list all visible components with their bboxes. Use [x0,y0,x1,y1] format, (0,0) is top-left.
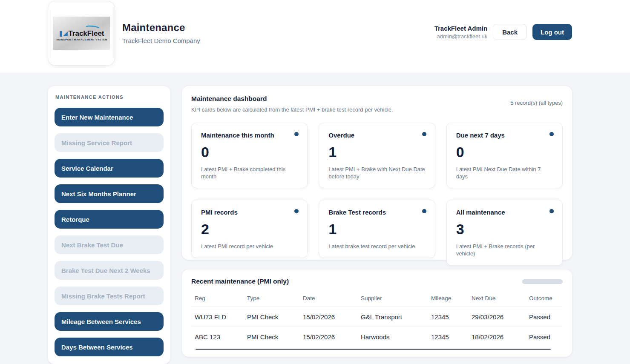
sidebar-item-next-six-months-planner[interactable]: Next Six Months Planner [55,184,164,203]
sidebar-item-enter-new-maintenance[interactable]: Enter New Maintenance [55,108,164,126]
sidebar-item-retorque[interactable]: Retorque [55,210,164,229]
main-area: Maintenance dashboard KPI cards below ar… [182,86,572,364]
header: ❚◢TrackFleet TRANSPORT MANAGEMENT SYSTEM… [0,0,630,73]
kpi-description: Latest PMI + Brake completed this month [201,166,298,180]
kpi-value: 3 [456,222,553,236]
cell-mileage: 12345 [428,307,468,327]
sidebar-maintenance-actions: MAINTENANCE ACTIONS Enter New Maintenanc… [48,86,170,364]
recent-maintenance-panel: Recent maintenance (PMI only) RegTypeDat… [182,269,572,357]
user-name: TrackFleet Admin [434,25,487,32]
record-count: 5 record(s) (all types) [510,95,563,106]
sidebar-item-missing-service-report: Missing Service Report [55,133,164,152]
column-header-type: Type [244,291,299,307]
cell-supplier: G&L Transport [357,307,428,327]
kpi-title: PMI records [201,209,298,216]
recent-maintenance-title: Recent maintenance (PMI only) [191,278,289,285]
logo-name: TrackFleet [68,30,104,37]
cell-supplier: Harwoods [357,327,428,347]
kpi-description: Latest PMI record per vehicle [201,243,298,250]
kpi-description: Latest PMI + Brake with Next Due Date be… [328,166,425,180]
sidebar-heading: MAINTENANCE ACTIONS [55,95,164,100]
kpi-title: Maintenance this month [201,132,298,139]
status-dot-icon [294,132,299,136]
kpi-title: All maintenance [456,209,553,216]
kpi-description: Latest brake test record per vehicle [328,243,425,250]
kpi-value: 1 [328,222,425,236]
cell-outcome: Passed [526,327,563,347]
user-email: admin@trackfleet.uk [434,33,487,40]
cell-reg: WU73 FLD [191,307,244,327]
column-header-date: Date [299,291,357,307]
column-header-reg: Reg [191,291,244,307]
maintenance-dashboard-panel: Maintenance dashboard KPI cards below ar… [182,86,572,260]
page-subtitle: TrackFleet Demo Company [122,37,200,44]
table-row: WU73 FLDPMI Check15/02/2026G&L Transport… [191,307,563,327]
sidebar-item-brake-test-due-next-2-weeks: Brake Test Due Next 2 Weeks [55,261,164,280]
status-dot-icon [422,132,426,136]
sidebar-actions: Enter New MaintenanceMissing Service Rep… [55,108,164,356]
kpi-value: 0 [456,145,553,159]
title-block: Maintenance TrackFleet Demo Company [122,22,200,44]
sidebar-item-mileage-between-services[interactable]: Mileage Between Services [55,312,164,331]
logo-mark-icon: ❚◢ [59,31,68,36]
back-button[interactable]: Back [493,24,527,40]
status-dot-icon [549,209,554,213]
kpi-title: Overdue [328,132,425,139]
kpi-card-due-next-7-days: Due next 7 days 0 Latest PMI Next Due Da… [446,123,563,188]
cell-reg: ABC 123 [191,327,244,347]
kpi-title: Brake Test records [328,209,425,216]
kpi-value: 1 [328,145,425,159]
kpi-card-pmi-records: PMI records 2 Latest PMI record per vehi… [191,200,308,258]
cell-outcome: Passed [526,307,563,327]
kpi-value: 2 [201,222,298,236]
sidebar-item-next-brake-test-due: Next Brake Test Due [55,235,164,254]
status-dot-icon [294,209,299,213]
kpi-description: Latest PMI Next Due Date within 7 days [456,166,553,180]
status-dot-icon [422,209,426,213]
company-logo-card: ❚◢TrackFleet TRANSPORT MANAGEMENT SYSTEM [48,1,115,66]
content: MAINTENANCE ACTIONS Enter New Maintenanc… [0,73,630,364]
kpi-grid: Maintenance this month 0 Latest PMI + Br… [191,123,563,266]
column-header-mileage: Mileage [428,291,468,307]
user-block: TrackFleet Admin admin@trackfleet.uk Bac… [434,24,572,40]
column-header-outcome: Outcome [526,291,563,307]
cell-date: 15/02/2026 [299,327,357,347]
logout-button[interactable]: Log out [532,24,572,40]
kpi-card-brake-test-records: Brake Test records 1 Latest brake test r… [319,200,435,258]
logo-tagline: TRANSPORT MANAGEMENT SYSTEM [55,38,108,41]
kpi-title: Due next 7 days [456,132,553,139]
column-header-supplier: Supplier [357,291,428,307]
trackfleet-logo: ❚◢TrackFleet TRANSPORT MANAGEMENT SYSTEM [53,17,110,50]
kpi-description: Latest PMI + Brake records (per vehicle) [456,243,553,257]
cell-type: PMI Check [244,307,299,327]
table-scrollbar-pill[interactable] [522,279,563,284]
column-header-next-due: Next Due [468,291,526,307]
status-dot-icon [549,132,554,136]
recent-maintenance-table: RegTypeDateSupplierMileageNext DueOutcom… [191,291,563,347]
kpi-card-maintenance-this-month: Maintenance this month 0 Latest PMI + Br… [191,123,308,188]
kpi-card-overdue: Overdue 1 Latest PMI + Brake with Next D… [319,123,435,188]
table-header-row: RegTypeDateSupplierMileageNext DueOutcom… [191,291,563,307]
sidebar-item-service-calendar[interactable]: Service Calendar [55,159,164,178]
kpi-value: 0 [201,145,298,159]
cell-mileage: 12345 [428,327,468,347]
dashboard-title: Maintenance dashboard [191,95,393,103]
cell-next-due: 18/02/2026 [468,327,526,347]
cell-type: PMI Check [244,327,299,347]
cell-next-due: 29/03/2026 [468,307,526,327]
horizontal-scrollbar[interactable] [196,349,551,350]
kpi-card-all-maintenance: All maintenance 3 Latest PMI + Brake rec… [446,200,563,265]
page-title: Maintenance [122,22,200,34]
sidebar-item-days-between-services[interactable]: Days Between Services [55,338,164,356]
table-row: ABC 123PMI Check15/02/2026Harwoods123451… [191,327,563,347]
dashboard-subtitle: KPI cards below are calculated from the … [191,106,393,113]
sidebar-item-missing-brake-tests-report: Missing Brake Tests Report [55,287,164,305]
cell-date: 15/02/2026 [299,307,357,327]
